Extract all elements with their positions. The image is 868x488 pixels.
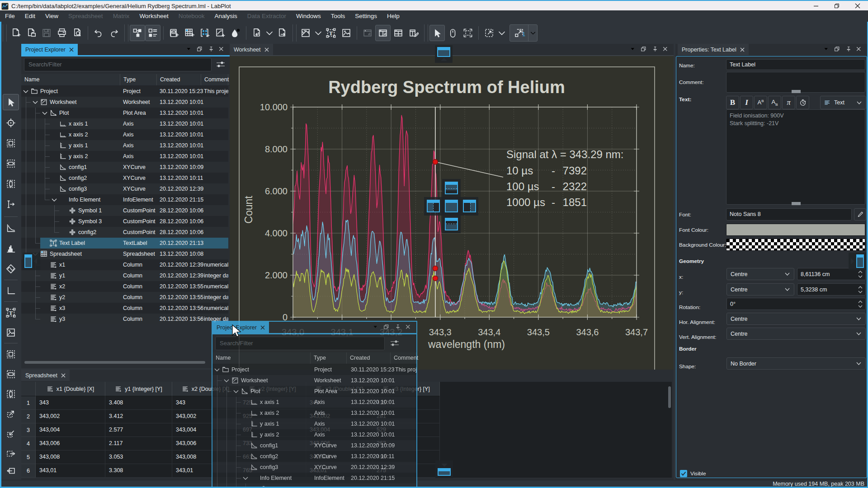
spin-arrows-icon[interactable]: [858, 300, 863, 309]
text-content-area[interactable]: Field ionisation: 900VStark splitting: -…: [726, 109, 865, 205]
add-histogram-button[interactable]: [3, 240, 19, 257]
tree-row-symbol-1[interactable]: Symbol 1CustomPoint28.12.2020 10:06: [21, 205, 228, 216]
search-input[interactable]: Search/Filter: [24, 58, 212, 71]
spreadsheet-cell[interactable]: 343,002: [36, 410, 105, 423]
dock-edge-left[interactable]: [24, 254, 32, 268]
color-maps-button[interactable]: [228, 25, 243, 41]
new-worksheet-button[interactable]: [212, 25, 228, 41]
resize-grip[interactable]: [792, 202, 801, 205]
format-bold-button[interactable]: B: [726, 96, 739, 109]
tab-worksheet[interactable]: Worksheet: [230, 44, 273, 55]
new-matrix-button[interactable]: [197, 25, 212, 41]
dock-drop-bottom[interactable]: [445, 218, 458, 230]
row-number[interactable]: 5: [21, 450, 36, 464]
properties-panel-menu-button[interactable]: [823, 46, 830, 53]
tree-row-worksheet[interactable]: WorksheetWorksheet13.12.2020 10:01: [212, 375, 416, 386]
dock-edge-top[interactable]: [437, 47, 450, 57]
spreadsheet-column-header[interactable]: y1 {Integer} [Y]: [105, 382, 172, 396]
visible-checkbox[interactable]: [680, 470, 687, 477]
chart-title[interactable]: Rydberg Spectrum of Helium: [328, 78, 565, 97]
ws-zoom-y-button[interactable]: [3, 176, 19, 192]
add-axis-button[interactable]: [3, 283, 19, 299]
print-preview-button[interactable]: [70, 25, 85, 41]
tab-close-icon[interactable]: [61, 373, 66, 378]
ws-select-button[interactable]: [3, 94, 19, 110]
x-axis-title[interactable]: wavelength (nm): [428, 338, 505, 350]
tree-row-y-axis-1[interactable]: y axis 1Axis13.12.2020 10:01: [212, 418, 416, 429]
dock-drop-left[interactable]: [427, 200, 440, 212]
break-layout-button[interactable]: [406, 25, 421, 41]
spreadsheet-column-header[interactable]: x1 {Double} [X]: [36, 382, 105, 396]
row-number[interactable]: 1: [21, 396, 36, 410]
toolbar-handle[interactable]: [292, 24, 297, 42]
project-explorer-panel-menu-button[interactable]: [186, 46, 193, 53]
column-header-name[interactable]: Name: [212, 352, 311, 364]
project-explorer-panel-pin-button[interactable]: [208, 46, 214, 53]
zoom-one-icon[interactable]: 1: [510, 25, 528, 41]
tree-row-y3[interactable]: y3Column20.12.2020 13:56integer da: [21, 314, 228, 324]
open-project-button[interactable]: [24, 25, 39, 41]
font-field[interactable]: Noto Sans 8: [726, 208, 852, 221]
tree-row-config2[interactable]: config2XYCurve13.12.2020 10:11: [21, 173, 228, 183]
rotation-spinbox[interactable]: 0°: [726, 298, 866, 310]
dock-drop-center[interactable]: [445, 200, 458, 212]
new-plot-menu-button[interactable]: [313, 25, 323, 41]
tab-close-icon[interactable]: [740, 47, 745, 52]
spreadsheet-cell[interactable]: 343,008: [36, 450, 105, 464]
tree-row-config2[interactable]: config2CustomPoint28.12.2020 10:06: [21, 227, 228, 238]
magnification-menu-button[interactable]: [528, 25, 537, 41]
minimize-button[interactable]: [806, 1, 826, 10]
spreadsheet-cell[interactable]: 343,004: [36, 423, 105, 437]
tree-row-y-axis-1[interactable]: y axis 1Axis13.12.2020 10:01: [21, 140, 228, 151]
zoom-fit-button[interactable]: [3, 346, 19, 362]
spreadsheet-cell[interactable]: 2.117: [105, 437, 172, 450]
tree-row-y2[interactable]: y2Column20.12.2020 13:55integer da: [21, 292, 228, 303]
properties-panel-close-button[interactable]: [856, 46, 863, 53]
ws-cursor-line-button[interactable]: [3, 196, 19, 212]
grid-layout-button[interactable]: [391, 25, 406, 41]
info-title[interactable]: Signal at λ = 343.29 nm:: [506, 148, 624, 160]
zoom-mode-button[interactable]: [481, 25, 497, 41]
column-header-comment[interactable]: Comment: [391, 352, 416, 364]
tree-row-text-label[interactable]: TText LabelTextLabel20.12.2020 21:13: [21, 238, 228, 249]
expander-chevron-icon[interactable]: [23, 89, 29, 94]
background-colour-swatch[interactable]: [726, 239, 865, 251]
toggle-project-explorer-button[interactable]: [130, 25, 145, 41]
horizontal-layout-button[interactable]: [375, 25, 391, 41]
undo-button[interactable]: [91, 25, 106, 41]
horizontal-scrollbar[interactable]: [22, 360, 226, 365]
spreadsheet-cell[interactable]: 343: [36, 396, 105, 410]
spin-arrows-icon[interactable]: [858, 285, 863, 294]
import-menu-button[interactable]: [264, 25, 274, 41]
tree-row-info-element[interactable]: Info ElementInfoElement20.12.2020 21:15: [21, 194, 228, 205]
scale-back-x-button[interactable]: [3, 463, 19, 479]
expander-chevron-icon[interactable]: [223, 378, 230, 383]
spreadsheet-cell[interactable]: 343,01: [36, 464, 105, 478]
add-text-label-button[interactable]: T: [323, 25, 339, 41]
add-image-button[interactable]: [339, 25, 354, 41]
tree-row-project[interactable]: ProjectProject30.11.2020 15:23This proje: [212, 364, 416, 375]
select-mode-button[interactable]: [429, 25, 445, 41]
filter-options-icon[interactable]: [216, 60, 226, 69]
toggle-properties-explorer-button[interactable]: [145, 25, 160, 41]
dock-edge-bottom[interactable]: [438, 468, 451, 476]
export-button[interactable]: [274, 25, 290, 41]
tree-row-y-axis-2[interactable]: y axis 2Axis13.12.2020 10:01: [212, 429, 416, 440]
filter-options-icon[interactable]: [390, 339, 400, 348]
spin-arrows-icon[interactable]: [858, 270, 863, 279]
vert-alignment-combo[interactable]: Centre: [726, 328, 866, 340]
zoom-select-mode-button[interactable]: [460, 25, 476, 41]
font-colour-swatch[interactable]: [726, 224, 865, 236]
floating-project-explorer[interactable]: Project Explorer Search/Filter NameTypeC…: [212, 321, 417, 488]
ws-zoom-select-button[interactable]: [3, 135, 19, 151]
tree-row-config3[interactable]: config3XYCurve20.12.2020 12:39: [212, 462, 416, 473]
tree-row-x2[interactable]: x2Column20.12.2020 13:55numerical: [21, 281, 228, 292]
row-number[interactable]: 4: [21, 437, 36, 450]
column-header-type[interactable]: Type: [120, 74, 157, 85]
add-xy-curve-button[interactable]: [3, 220, 19, 236]
tree-row-worksheet[interactable]: WorksheetWorksheet13.12.2020 10:01: [21, 97, 228, 108]
spreadsheet-cell[interactable]: 343,006: [36, 437, 105, 450]
worksheet-panel-menu-button[interactable]: [630, 46, 637, 53]
row-number[interactable]: 2: [21, 410, 36, 423]
add-text-button[interactable]: T: [3, 305, 19, 321]
